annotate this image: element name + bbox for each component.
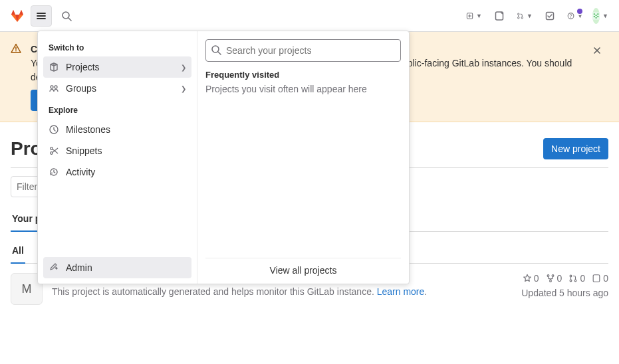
projects-search-input[interactable] (205, 39, 401, 62)
project-description: This project is automatically generated … (52, 285, 512, 299)
svg-point-18 (547, 275, 549, 277)
issue-icon (494, 11, 505, 21)
stars-stat[interactable]: 0 (523, 273, 539, 284)
alert-close-button[interactable] (592, 43, 608, 58)
help-dropdown[interactable]: ▼ (564, 5, 586, 27)
svg-point-22 (570, 280, 572, 282)
svg-point-26 (55, 86, 57, 88)
learn-more-link[interactable]: Learn more (377, 286, 425, 297)
plus-box-icon (466, 11, 473, 21)
star-icon (523, 274, 532, 283)
mrs-stat[interactable]: 0 (568, 273, 585, 284)
warning-icon (11, 43, 24, 111)
search-icon (211, 45, 221, 55)
svg-rect-13 (594, 16, 595, 17)
menu-label: Groups (66, 83, 96, 94)
forks-stat[interactable]: 0 (546, 273, 562, 284)
svg-rect-15 (596, 17, 597, 18)
svg-point-19 (552, 275, 554, 277)
mrs-count: 0 (580, 273, 585, 284)
close-icon (592, 46, 602, 55)
search-icon (61, 11, 72, 21)
forks-count: 0 (557, 273, 562, 284)
menu-nav: Switch to Projects ❯ Groups ❯ Explore Mi… (38, 31, 197, 284)
menu-search-wrap (205, 39, 401, 62)
issues-stat[interactable]: 0 (592, 273, 608, 284)
clock-icon (49, 124, 59, 135)
svg-point-20 (549, 280, 551, 282)
view-all-projects-link[interactable]: View all projects (205, 258, 401, 276)
create-dropdown[interactable]: ▼ (463, 5, 485, 27)
svg-point-8 (570, 17, 571, 17)
menu-item-milestones[interactable]: Milestones (43, 119, 191, 140)
main-menu-popover: Switch to Projects ❯ Groups ❯ Explore Mi… (37, 31, 410, 284)
search-button[interactable] (56, 5, 77, 27)
issue-icon (592, 274, 601, 283)
menu-label: Projects (66, 62, 100, 72)
svg-point-3 (518, 13, 519, 14)
menu-content: Frequently visited Projects you visit of… (197, 31, 409, 284)
svg-point-21 (570, 275, 572, 277)
menu-label: Activity (66, 167, 95, 177)
stat-list: 0 0 0 0 (523, 273, 608, 284)
admin-icon (49, 262, 59, 273)
svg-rect-12 (596, 15, 597, 16)
tab-all[interactable]: All (11, 238, 25, 264)
main-menu-toggle[interactable] (31, 5, 52, 27)
svg-point-25 (51, 86, 53, 88)
user-menu[interactable]: ▼ (590, 5, 611, 27)
svg-point-16 (15, 50, 17, 52)
merge-request-icon (568, 274, 578, 283)
menu-label: Snippets (66, 145, 102, 156)
project-desc-text: This project is automatically generated … (52, 286, 377, 297)
svg-point-4 (518, 17, 519, 18)
menu-item-snippets[interactable]: Snippets (43, 140, 191, 161)
hamburger-icon (36, 11, 47, 21)
menu-heading-explore: Explore (43, 99, 191, 119)
chevron-down-icon: ▼ (577, 13, 583, 19)
todo-icon (545, 11, 555, 21)
scissors-icon (49, 145, 59, 156)
history-icon (49, 167, 59, 177)
svg-rect-11 (597, 13, 598, 15)
menu-item-admin[interactable]: Admin (43, 257, 191, 278)
avatar (592, 8, 600, 24)
svg-rect-14 (597, 16, 598, 17)
identicon-icon (592, 8, 600, 24)
svg-point-29 (51, 152, 53, 155)
project-icon (49, 62, 59, 72)
menu-label: Admin (66, 262, 92, 273)
frequently-visited-empty: Projects you visit often will appear her… (205, 84, 401, 94)
updated-text: Updated 5 hours ago (521, 288, 608, 298)
merge-requests-dropdown[interactable]: ▼ (514, 5, 535, 27)
svg-rect-24 (593, 275, 600, 282)
topbar-left (8, 5, 77, 27)
group-icon (49, 83, 59, 94)
todos-link[interactable] (539, 5, 560, 27)
tanuki-icon (9, 8, 25, 24)
svg-point-5 (521, 17, 523, 18)
issues-count: 0 (603, 273, 608, 284)
new-project-button[interactable]: New project (543, 138, 608, 159)
question-icon (567, 11, 574, 21)
menu-label: Milestones (66, 124, 110, 135)
menu-heading-switch: Switch to (43, 37, 191, 56)
menu-item-activity[interactable]: Activity (43, 161, 191, 183)
gitlab-logo[interactable] (8, 7, 27, 25)
menu-item-projects[interactable]: Projects ❯ (43, 56, 191, 78)
topbar-right: ▼ ▼ ▼ ▼ (463, 5, 611, 27)
project-desc-suffix: . (424, 286, 427, 297)
chevron-right-icon: ❯ (181, 85, 186, 92)
issues-link[interactable] (489, 5, 510, 27)
chevron-down-icon: ▼ (602, 13, 608, 19)
chevron-down-icon: ▼ (476, 13, 482, 19)
frequently-visited-heading: Frequently visited (205, 70, 401, 80)
chevron-down-icon: ▼ (527, 13, 533, 19)
svg-rect-10 (594, 13, 595, 15)
chevron-right-icon: ❯ (181, 64, 186, 71)
merge-request-icon (517, 11, 524, 21)
svg-point-28 (51, 147, 53, 150)
menu-item-groups[interactable]: Groups ❯ (43, 78, 191, 99)
project-stats: 0 0 0 0 Updated 5 hours ago (521, 273, 608, 305)
fork-icon (546, 274, 555, 283)
